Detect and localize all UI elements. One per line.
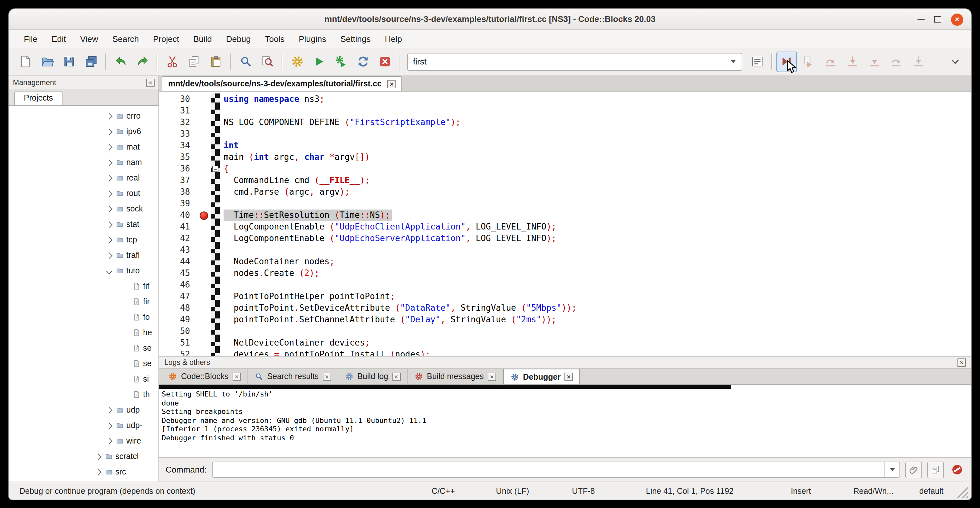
- chevron-right-icon[interactable]: [106, 221, 113, 228]
- tree-item-erro[interactable]: erro: [9, 108, 159, 124]
- code-line-41[interactable]: 41 LogComponentEnable ("UdpEchoClientApp…: [159, 221, 971, 233]
- code-line-30[interactable]: 30using namespace ns3;: [159, 94, 971, 105]
- code-line-33[interactable]: 33: [159, 128, 971, 140]
- code-line-50[interactable]: 50: [159, 326, 971, 337]
- tree-item-sock[interactable]: sock: [9, 201, 159, 217]
- code-text[interactable]: LogComponentEnable ("UdpEchoClientApplic…: [220, 221, 556, 233]
- breakpoint-margin[interactable]: [197, 198, 211, 210]
- code-text[interactable]: CommandLine cmd (__FILE__);: [220, 175, 370, 186]
- menu-settings[interactable]: Settings: [333, 31, 377, 46]
- breakpoint-margin[interactable]: [197, 186, 211, 198]
- menu-file[interactable]: File: [17, 31, 45, 46]
- log-tab-code-blocks[interactable]: Code::Blocks×: [162, 369, 248, 384]
- tree-item-mat[interactable]: mat: [9, 139, 159, 155]
- menu-tools[interactable]: Tools: [258, 31, 291, 46]
- breakpoint-margin[interactable]: [197, 337, 211, 349]
- code-text[interactable]: {: [220, 163, 229, 175]
- maximize-button[interactable]: [934, 16, 941, 22]
- breakpoint-margin[interactable]: [197, 291, 211, 303]
- tree-item-udp[interactable]: udp-: [9, 418, 159, 433]
- chevron-right-icon[interactable]: [106, 190, 113, 197]
- line-number[interactable]: 39: [159, 198, 197, 210]
- open-file-button[interactable]: [37, 51, 57, 72]
- tree-item-trafl[interactable]: trafl: [9, 248, 159, 263]
- line-number[interactable]: 38: [159, 186, 197, 198]
- code-line-43[interactable]: 43: [159, 244, 971, 256]
- close-button[interactable]: ×: [951, 13, 963, 25]
- fold-marker-icon[interactable]: [212, 166, 218, 172]
- breakpoint-margin[interactable]: [197, 303, 211, 314]
- code-text[interactable]: nodes.Create (2);: [220, 268, 319, 279]
- run-button[interactable]: [309, 51, 329, 72]
- find-button[interactable]: [235, 51, 256, 72]
- build-target-combo[interactable]: [407, 53, 742, 71]
- line-number[interactable]: 52: [159, 349, 197, 356]
- code-text[interactable]: [220, 244, 224, 256]
- line-number[interactable]: 49: [159, 314, 197, 326]
- code-text[interactable]: int: [220, 140, 239, 151]
- command-dropdown-button[interactable]: [884, 462, 899, 477]
- code-line-40[interactable]: 40 Time::SetResolution (Time::NS);: [159, 210, 971, 221]
- step-out-button[interactable]: [864, 51, 885, 72]
- chevron-right-icon[interactable]: [95, 469, 102, 475]
- line-number[interactable]: 42: [159, 233, 197, 244]
- build-and-run-button[interactable]: [331, 51, 351, 72]
- code-text[interactable]: Time::SetResolution (Time::NS);: [220, 210, 392, 221]
- line-number[interactable]: 35: [159, 151, 197, 163]
- cut-button[interactable]: [162, 51, 182, 72]
- line-number[interactable]: 51: [159, 337, 197, 349]
- line-number[interactable]: 43: [159, 244, 197, 256]
- code-text[interactable]: [220, 326, 224, 337]
- undo-button[interactable]: [110, 51, 131, 72]
- chevron-right-icon[interactable]: [106, 205, 113, 212]
- rebuild-button[interactable]: [352, 51, 373, 72]
- log-tab-search-results[interactable]: Search results×: [248, 369, 338, 384]
- code-text[interactable]: NS_LOG_COMPONENT_DEFINE ("FirstScriptExa…: [220, 117, 461, 128]
- stop-debugger-button[interactable]: [949, 462, 964, 478]
- tree-item-fif[interactable]: fif: [9, 279, 159, 294]
- breakpoint-margin[interactable]: [197, 233, 211, 244]
- code-line-48[interactable]: 48 pointToPoint.SetDeviceAttribute ("Dat…: [159, 303, 971, 314]
- chevron-right-icon[interactable]: [106, 407, 113, 413]
- tree-item-nam[interactable]: nam: [9, 155, 159, 170]
- title-bar[interactable]: mnt/dev/tools/source/ns-3-dev/examples/t…: [9, 9, 971, 30]
- chevron-right-icon[interactable]: [106, 422, 113, 429]
- line-number[interactable]: 30: [159, 94, 197, 105]
- tree-item-src[interactable]: src: [9, 464, 159, 479]
- command-combo[interactable]: [212, 462, 900, 478]
- line-number[interactable]: 50: [159, 326, 197, 337]
- code-text[interactable]: pointToPoint.SetChannelAttribute ("Delay…: [220, 314, 556, 326]
- tree-item-rout[interactable]: rout: [9, 186, 159, 201]
- redo-button[interactable]: [132, 51, 153, 72]
- line-number[interactable]: 33: [159, 128, 197, 140]
- code-line-52[interactable]: 52 devices = pointToPoint.Install (nodes…: [159, 349, 971, 356]
- breakpoint-margin[interactable]: [197, 279, 211, 291]
- tree-item-tuto[interactable]: tuto: [9, 263, 159, 279]
- command-input[interactable]: [212, 462, 884, 477]
- code-line-42[interactable]: 42 LogComponentEnable ("UdpEchoServerApp…: [159, 233, 971, 244]
- tree-item-wire[interactable]: wire: [9, 433, 159, 449]
- step-into-instruction-button[interactable]: [908, 51, 929, 72]
- code-text[interactable]: [220, 105, 224, 117]
- code-line-35[interactable]: 35main (int argc, char *argv[]): [159, 151, 971, 163]
- tree-item-tcp[interactable]: tcp: [9, 232, 159, 248]
- new-file-button[interactable]: [15, 51, 35, 72]
- log-tab-build-messages[interactable]: Build messages×: [407, 369, 503, 384]
- code-line-51[interactable]: 51 NetDeviceContainer devices;: [159, 337, 971, 349]
- menu-build[interactable]: Build: [186, 31, 219, 46]
- breakpoint-margin[interactable]: [197, 151, 211, 163]
- close-icon[interactable]: ×: [958, 358, 966, 366]
- menu-project[interactable]: Project: [146, 31, 186, 46]
- code-line-39[interactable]: 39: [159, 198, 971, 210]
- debugger-output[interactable]: Setting SHELL to '/bin/sh'doneSetting br…: [159, 385, 971, 457]
- code-line-38[interactable]: 38 cmd.Parse (argc, argv);: [159, 186, 971, 198]
- code-line-32[interactable]: 32NS_LOG_COMPONENT_DEFINE ("FirstScriptE…: [159, 117, 971, 128]
- chevron-right-icon[interactable]: [106, 438, 113, 444]
- select-target-button[interactable]: [747, 51, 767, 72]
- menu-plugins[interactable]: Plugins: [291, 31, 333, 46]
- breakpoint-icon[interactable]: [199, 211, 208, 220]
- breakpoint-margin[interactable]: [197, 163, 211, 175]
- breakpoint-margin[interactable]: [197, 140, 211, 151]
- chevron-right-icon[interactable]: [106, 237, 113, 243]
- code-text[interactable]: [220, 279, 224, 291]
